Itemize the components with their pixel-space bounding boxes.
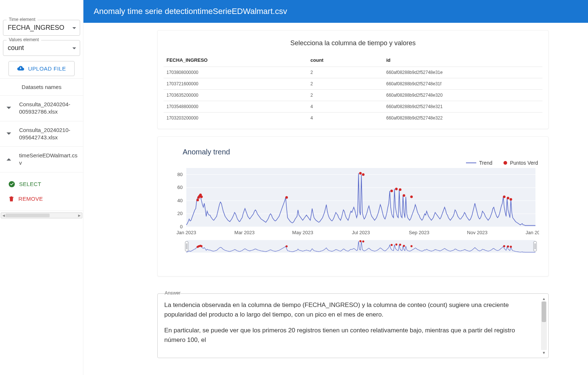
svg-point-50: [510, 246, 512, 248]
values-element-value: count: [8, 44, 24, 52]
svg-point-41: [359, 240, 362, 242]
svg-text:Mar 2023: Mar 2023: [234, 230, 255, 235]
svg-text:Sep 2023: Sep 2023: [409, 230, 429, 235]
chart-title: Anomaly trend: [183, 148, 542, 156]
remove-dataset-button[interactable]: REMOVE: [0, 192, 83, 206]
svg-point-46: [403, 245, 405, 247]
main: Anomaly time serie detectiontimeSerieEDW…: [83, 0, 588, 375]
remove-label: REMOVE: [18, 196, 43, 202]
select-dataset-button[interactable]: SELECT: [0, 177, 83, 192]
values-element-select[interactable]: Values element count: [3, 40, 80, 56]
chart-plot[interactable]: 020406080Jan 2023Mar 2023May 2023Jul 202…: [164, 168, 542, 265]
data-table: FECHA_INGRESOcountid 17038080000002660af…: [164, 54, 542, 124]
scrollbar-thumb[interactable]: [6, 214, 50, 217]
table-cell: 1703203200000: [164, 113, 308, 124]
legend-line-icon: [466, 162, 476, 163]
table-cell: 660af08288b9d2f52748e31e: [383, 67, 542, 78]
upload-file-label: UPLOAD FILE: [28, 65, 66, 72]
sidebar-horizontal-scrollbar[interactable]: ◄ ►: [1, 213, 82, 218]
scroll-left-icon: ◄: [1, 213, 6, 218]
anomaly-trend-card: Anomaly trend Trend Puntos Verd 02040608…: [157, 136, 549, 276]
table-row: 17036352000002660af08288b9d2f52748e320: [164, 90, 542, 101]
svg-point-33: [510, 198, 512, 201]
table-header[interactable]: count: [308, 54, 383, 67]
table-row: 17037216000002660af08288b9d2f52748e31f: [164, 78, 542, 90]
time-element-legend: Time element: [7, 17, 37, 22]
answer-panel: Answer La tendencia observada en la colu…: [157, 293, 549, 358]
answer-scrollbar[interactable]: ▲ ▼: [541, 296, 547, 356]
svg-text:Jul 2023: Jul 2023: [352, 230, 370, 235]
table-cell: 4: [308, 101, 383, 113]
values-element-legend: Values element: [7, 37, 41, 42]
datasets-header: Datasets names: [0, 79, 83, 96]
svg-point-24: [359, 172, 362, 175]
table-header[interactable]: FECHA_INGRESO: [164, 54, 308, 67]
answer-textarea[interactable]: La tendencia observada en la columna de …: [157, 293, 549, 358]
answer-paragraph: En particular, se puede ver que los prim…: [164, 326, 534, 344]
legend-dot-icon: [503, 161, 507, 165]
table-cell: 1703635200000: [164, 90, 308, 101]
svg-point-32: [507, 197, 509, 199]
scrollbar-thumb[interactable]: [542, 301, 546, 322]
sidebar: Time element FECHA_INGRESO Values elemen…: [0, 0, 83, 375]
page-title: Anomaly time serie detectiontimeSerieEDW…: [94, 7, 287, 16]
data-preview-card: Selecciona la columna de tiempo y valore…: [157, 30, 549, 129]
answer-paragraph: La tendencia observada en la columna de …: [164, 300, 534, 319]
expand-more-icon: [5, 132, 12, 136]
svg-text:40: 40: [178, 198, 183, 203]
legend-points[interactable]: Puntos Verd: [503, 160, 538, 166]
dataset-item-label: timeSerieEDWalmart.csv: [19, 152, 78, 167]
svg-point-30: [410, 196, 413, 198]
svg-point-40: [286, 245, 288, 247]
svg-point-27: [395, 188, 398, 190]
table-cell: 2: [308, 78, 383, 90]
table-cell: 1703548800000: [164, 101, 308, 113]
dataset-item[interactable]: Consulta_20240210-095642743.xlsx: [0, 121, 83, 147]
scroll-down-icon: ▼: [542, 350, 546, 356]
svg-point-44: [395, 243, 398, 246]
legend-trend[interactable]: Trend: [466, 160, 492, 166]
table-row: 17035488000004660af08288b9d2f52748e321: [164, 101, 542, 113]
table-title: Selecciona la columna de tiempo y valore…: [164, 39, 542, 47]
scroll-right-icon: ►: [77, 213, 82, 218]
upload-file-button[interactable]: UPLOAD FILE: [8, 61, 74, 76]
check-circle-icon: [8, 181, 15, 188]
svg-text:Nov 2023: Nov 2023: [467, 230, 488, 235]
chart-legend: Trend Puntos Verd: [164, 160, 542, 166]
expand-less-icon: [5, 157, 12, 161]
dataset-item-label: Consulta_20240204-005932786.xlsx: [19, 101, 78, 116]
cloud-upload-icon: [17, 65, 24, 72]
svg-point-23: [285, 196, 288, 199]
dataset-item[interactable]: timeSerieEDWalmart.csv: [0, 147, 83, 172]
dataset-item-label: Consulta_20240210-095642743.xlsx: [19, 126, 78, 142]
svg-rect-51: [185, 242, 188, 251]
svg-point-42: [362, 240, 365, 243]
time-element-value: FECHA_INGRESO: [8, 24, 64, 32]
table-cell: 2: [308, 90, 383, 101]
svg-text:60: 60: [178, 185, 183, 190]
time-element-select[interactable]: Time element FECHA_INGRESO: [3, 20, 80, 36]
svg-point-43: [391, 244, 393, 246]
table-cell: 4: [308, 113, 383, 124]
svg-text:80: 80: [178, 172, 183, 177]
svg-point-39: [200, 245, 202, 247]
svg-point-31: [503, 196, 506, 198]
dataset-item[interactable]: Consulta_20240204-005932786.xlsx: [0, 96, 83, 121]
svg-point-29: [403, 194, 405, 197]
table-cell: 1703808000000: [164, 67, 308, 78]
svg-text:0: 0: [180, 224, 183, 229]
trash-icon: [8, 195, 15, 203]
expand-more-icon: [5, 106, 12, 110]
table-row: 17038080000002660af08288b9d2f52748e31e: [164, 67, 542, 78]
table-row: 17032032000004660af08288b9d2f52748e322: [164, 113, 542, 124]
svg-point-48: [503, 245, 505, 247]
svg-point-22: [200, 196, 203, 198]
svg-text:Jan 2023: Jan 2023: [176, 230, 196, 235]
svg-rect-54: [534, 242, 537, 251]
table-cell: 1703721600000: [164, 78, 308, 90]
dataset-actions: SELECT REMOVE: [0, 172, 83, 211]
svg-text:20: 20: [178, 211, 183, 216]
svg-point-18: [196, 199, 199, 201]
table-header[interactable]: id: [383, 54, 542, 67]
table-cell: 660af08288b9d2f52748e320: [383, 90, 542, 101]
